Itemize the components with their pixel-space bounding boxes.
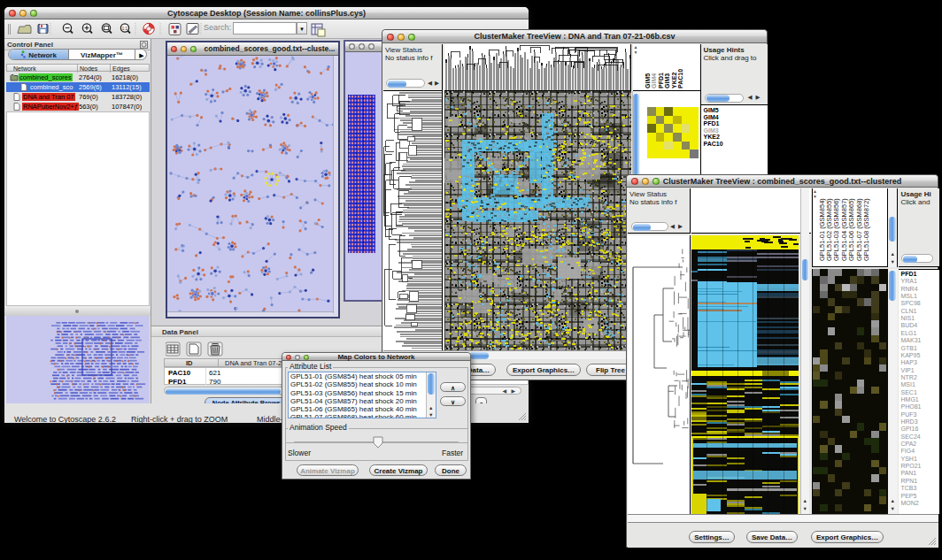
- svg-text:1:1: 1:1: [122, 27, 128, 31]
